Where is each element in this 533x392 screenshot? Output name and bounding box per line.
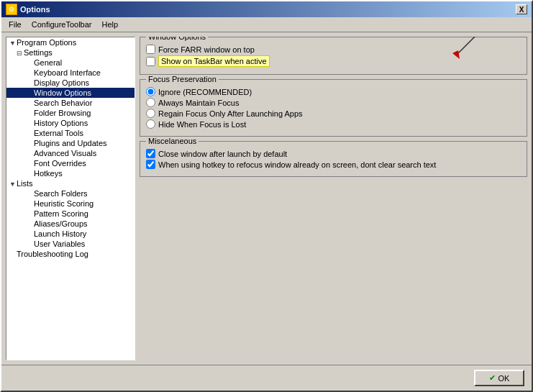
tree-item-1[interactable]: ⊟ Settings — [6, 47, 135, 58]
tree-item-12[interactable]: Font Overrides — [6, 158, 135, 168]
tree-item-17[interactable]: Pattern Scoring — [6, 209, 135, 219]
hotkey-refocus-row: When using hotkey to refocus window alre… — [146, 160, 521, 169]
menu-configure-toolbar[interactable]: ConfigureToolbar — [27, 19, 96, 30]
tree-item-10[interactable]: Plugins and Updates — [6, 138, 135, 148]
tree-item-15[interactable]: Search Folders — [6, 188, 135, 199]
focus-maintain-label: Always Maintain Focus — [158, 99, 240, 107]
misc-group: Miscelaneous Close window after launch b… — [140, 141, 527, 177]
tree-panel: ▼ Program Options⊟ Settings General Keyb… — [6, 37, 135, 360]
tree-item-19[interactable]: Launch History — [6, 229, 135, 239]
focus-maintain-radio[interactable] — [146, 98, 155, 107]
tree-item-5[interactable]: Window Options — [6, 88, 135, 98]
menu-help[interactable]: Help — [98, 19, 123, 30]
close-window-checkbox[interactable] — [146, 149, 155, 158]
force-farr-label: Force FARR window on top — [158, 45, 255, 54]
focus-preservation-group: Focus Preservation Ignore (RECOMMENDED) … — [140, 79, 527, 137]
focus-regain-label: Regain Focus Only After Launching Apps — [158, 109, 303, 118]
bottom-bar: ✔ OK — [1, 365, 532, 391]
window-options-title: Window Options — [146, 37, 208, 41]
focus-hide-row: Hide When Focus is Lost — [146, 119, 521, 129]
title-bar: ⚙ Options X — [1, 1, 532, 17]
hotkey-refocus-label: When using hotkey to refocus window alre… — [158, 160, 436, 169]
ok-label: OK — [498, 374, 510, 383]
window-title: Options — [20, 5, 50, 14]
title-bar-left: ⚙ Options — [6, 4, 50, 15]
show-taskbar-label: Show on TaskBar when active — [158, 55, 270, 67]
focus-hide-label: Hide When Focus is Lost — [158, 120, 246, 129]
main-window: ⚙ Options X File ConfigureToolbar Help ▼… — [0, 0, 533, 392]
focus-regain-row: Regain Focus Only After Launching Apps — [146, 109, 521, 118]
force-farr-checkbox[interactable] — [146, 45, 155, 54]
focus-ignore-radio[interactable] — [146, 87, 155, 96]
ok-checkmark: ✔ — [489, 373, 496, 383]
ok-button[interactable]: ✔ OK — [474, 370, 524, 386]
window-options-group: Window Options Force FARR window on top … — [140, 37, 527, 75]
content-area: ▼ Program Options⊟ Settings General Keyb… — [1, 32, 532, 365]
window-icon: ⚙ — [6, 4, 17, 15]
tree-item-21[interactable]: Troubleshooting Log — [6, 249, 135, 259]
tree-item-11[interactable]: Advanced Visuals — [6, 148, 135, 158]
focus-ignore-row: Ignore (RECOMMENDED) — [146, 87, 521, 96]
close-button[interactable]: X — [516, 4, 527, 14]
focus-preservation-content: Ignore (RECOMMENDED) Always Maintain Foc… — [146, 87, 521, 129]
tree-item-18[interactable]: Aliases/Groups — [6, 219, 135, 229]
tree-container: ▼ Program Options⊟ Settings General Keyb… — [6, 37, 135, 259]
tree-item-20[interactable]: User Variables — [6, 239, 135, 249]
focus-regain-radio[interactable] — [146, 109, 155, 118]
menu-bar: File ConfigureToolbar Help — [1, 17, 532, 32]
tree-item-16[interactable]: Heuristic Scoring — [6, 199, 135, 209]
hotkey-refocus-checkbox[interactable] — [146, 160, 155, 169]
tree-item-7[interactable]: Folder Browsing — [6, 108, 135, 118]
close-window-label: Close window after launch by default — [158, 150, 287, 158]
tree-item-4[interactable]: Display Options — [6, 78, 135, 88]
tree-item-3[interactable]: Keyboard Interface — [6, 68, 135, 78]
misc-content: Close window after launch by default Whe… — [146, 149, 521, 169]
show-taskbar-checkbox[interactable] — [146, 57, 155, 66]
tree-item-14[interactable]: ▼ Lists — [6, 178, 135, 188]
show-taskbar-row: Show on TaskBar when active — [146, 55, 521, 67]
window-options-content: Force FARR window on top Show on TaskBar… — [146, 45, 521, 67]
menu-file[interactable]: File — [4, 19, 26, 30]
tree-item-2[interactable]: General — [6, 58, 135, 68]
force-farr-row: Force FARR window on top — [146, 45, 521, 54]
tree-item-13[interactable]: Hotkeys — [6, 168, 135, 178]
tree-item-9[interactable]: External Tools — [6, 128, 135, 138]
focus-maintain-row: Always Maintain Focus — [146, 98, 521, 107]
focus-ignore-label: Ignore (RECOMMENDED) — [158, 88, 252, 96]
close-window-row: Close window after launch by default — [146, 149, 521, 158]
misc-title: Miscelaneous — [146, 137, 199, 145]
tree-item-8[interactable]: History Options — [6, 118, 135, 128]
tree-item-6[interactable]: Search Behavior — [6, 98, 135, 108]
focus-preservation-title: Focus Preservation — [146, 75, 219, 83]
tree-item-0[interactable]: ▼ Program Options — [6, 37, 135, 47]
focus-hide-radio[interactable] — [146, 119, 155, 129]
right-panel: Window Options Force FARR window on top … — [140, 37, 527, 360]
